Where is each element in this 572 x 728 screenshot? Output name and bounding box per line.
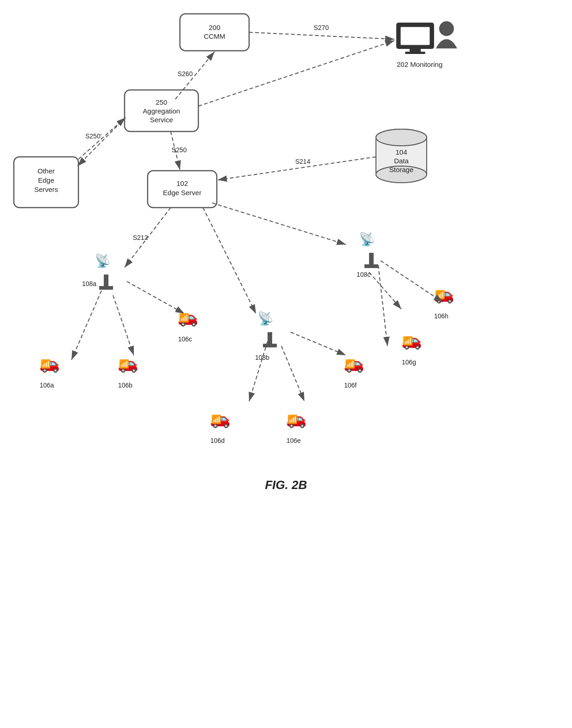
svg-line-18 xyxy=(249,32,394,39)
other-edge-label1: Other xyxy=(37,167,55,175)
svg-line-31 xyxy=(203,208,256,314)
svg-rect-38 xyxy=(263,344,277,347)
ccmm-label: 200 xyxy=(209,24,220,31)
vehicle-106b-label: 106b xyxy=(118,382,132,389)
vehicle-106c-wifi: 📶 xyxy=(179,313,190,323)
svg-rect-40 xyxy=(364,264,378,268)
diagram-svg: 200 CCMM 250 Aggregation Service 102 Edg… xyxy=(0,0,572,728)
edge-label1: 102 xyxy=(176,179,188,187)
vehicle-106g-label: 106g xyxy=(402,358,416,366)
edge-label2: Edge Server xyxy=(163,189,201,197)
tower-108b-label: 108b xyxy=(255,354,269,361)
vehicle-106b-wifi: 📶 xyxy=(119,359,130,369)
tower-108a-signal: 📡 xyxy=(95,253,111,269)
ccmm-label2: CCMM xyxy=(204,32,226,40)
tower-108c-signal: 📡 xyxy=(359,232,375,247)
vehicle-106c-label: 106c xyxy=(178,335,192,343)
vehicle-106a-label: 106a xyxy=(40,382,54,389)
svg-rect-7 xyxy=(400,27,430,45)
vehicle-106d-label: 106d xyxy=(210,437,225,444)
other-edge-label3: Servers xyxy=(34,185,58,193)
vehicle-106h-label: 106h xyxy=(434,312,448,320)
monitoring-label: 202 Monitoring xyxy=(397,60,442,68)
s250p-label: S250' xyxy=(85,132,101,140)
svg-line-32 xyxy=(369,272,401,309)
tower-108c-label: 108c xyxy=(357,271,370,278)
vehicle-106a-wifi: 📶 xyxy=(41,359,51,369)
agg-label3: Service xyxy=(150,116,173,124)
svg-line-33 xyxy=(378,265,387,346)
other-edge-label2: Edge xyxy=(38,176,54,184)
vehicle-106d-wifi: 📶 xyxy=(211,414,222,424)
s212-label: S212 xyxy=(133,234,148,241)
s270-label: S270 xyxy=(314,24,329,31)
svg-line-26 xyxy=(113,295,134,355)
svg-line-28 xyxy=(249,341,268,401)
s214-label: S214 xyxy=(295,158,310,165)
svg-line-25 xyxy=(72,291,101,360)
agg-label1: 250 xyxy=(155,98,167,106)
svg-line-21 xyxy=(77,118,125,166)
vehicle-106e-label: 106e xyxy=(286,437,301,444)
svg-line-30 xyxy=(291,332,346,355)
tower-108a-label: 108a xyxy=(82,280,96,287)
svg-point-16 xyxy=(376,129,427,146)
svg-rect-36 xyxy=(99,286,113,290)
tower-108b-signal: 📡 xyxy=(257,311,274,326)
s250-label: S250 xyxy=(172,146,187,154)
storage-label2: Data xyxy=(394,157,409,165)
vehicle-106f-wifi: 📶 xyxy=(345,359,356,369)
s260-label: S260 xyxy=(178,70,193,78)
svg-rect-9 xyxy=(405,52,425,54)
vehicle-106e-wifi: 📶 xyxy=(287,414,298,424)
svg-point-10 xyxy=(439,21,454,36)
storage-label1: 104 xyxy=(395,148,407,156)
svg-line-27 xyxy=(127,281,185,314)
vehicle-106f-label: 106f xyxy=(344,382,357,389)
svg-line-34 xyxy=(212,203,346,245)
agg-label2: Aggregation xyxy=(143,107,180,115)
svg-line-29 xyxy=(281,346,304,401)
storage-label3: Storage xyxy=(389,166,414,173)
fig-label: FIG. 2B xyxy=(265,478,307,492)
vehicle-106g-wifi: 📶 xyxy=(403,336,413,346)
svg-rect-8 xyxy=(410,48,421,52)
diagram: 200 CCMM 250 Aggregation Service 102 Edg… xyxy=(0,0,572,728)
